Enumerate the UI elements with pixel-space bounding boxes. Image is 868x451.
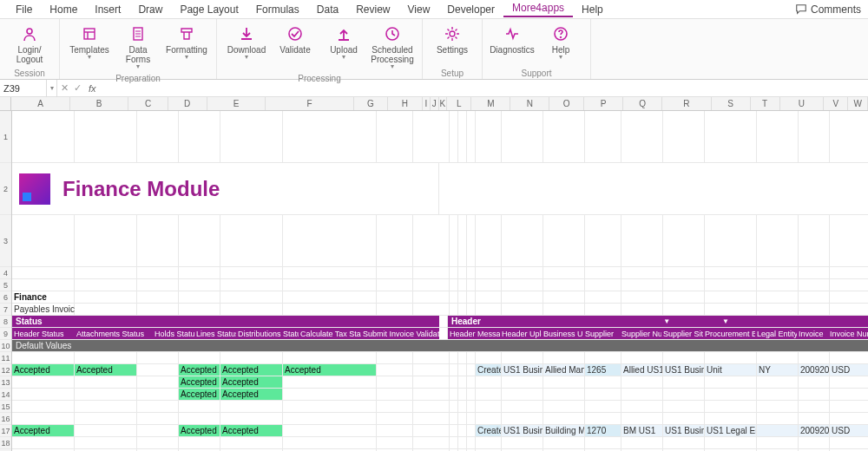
cell[interactable] <box>757 413 799 424</box>
sheet[interactable]: Finance ModuleFinancePayables InvoicesSt… <box>12 111 868 451</box>
cell[interactable] <box>799 401 830 412</box>
header-col-header[interactable]: Supplier Num <box>620 328 661 339</box>
cell[interactable] <box>458 425 467 436</box>
cell[interactable] <box>476 279 502 291</box>
cell[interactable] <box>621 279 663 291</box>
header-col-header[interactable]: Header Messages <box>448 328 500 339</box>
cell[interactable]: Building Ma <box>543 425 585 436</box>
cell[interactable] <box>621 111 663 162</box>
cell[interactable]: Accepted <box>179 364 220 376</box>
cell[interactable] <box>830 437 868 448</box>
cell[interactable] <box>137 111 179 162</box>
cell[interactable] <box>458 401 467 412</box>
cell[interactable] <box>283 279 377 291</box>
cell[interactable] <box>179 304 220 315</box>
cell[interactable] <box>621 267 663 278</box>
cell[interactable] <box>705 413 757 424</box>
fx-label[interactable]: fx <box>85 83 100 94</box>
cell[interactable] <box>377 425 413 436</box>
status-col-header[interactable]: Calculate Tax Status <box>299 328 361 339</box>
cell[interactable] <box>476 413 502 424</box>
cell[interactable] <box>137 437 179 448</box>
cell[interactable] <box>663 304 705 315</box>
header-col-header[interactable]: Supplier <box>583 328 620 339</box>
status-col-header[interactable]: Header Status <box>12 328 75 339</box>
row-header[interactable]: 6 <box>0 291 11 304</box>
cell[interactable]: 20092017722 <box>799 425 830 436</box>
cell[interactable] <box>12 279 75 291</box>
cell[interactable] <box>377 376 413 388</box>
cell[interactable]: US1 Legal Entity <box>705 425 757 436</box>
header-col-header[interactable]: Invoice <box>797 328 828 339</box>
cell[interactable] <box>467 352 476 363</box>
cell[interactable] <box>458 279 467 291</box>
cell[interactable] <box>476 291 502 303</box>
cell[interactable] <box>757 352 799 363</box>
cell[interactable] <box>467 291 476 303</box>
menu-help[interactable]: Help <box>573 3 612 16</box>
cell[interactable] <box>12 389 75 400</box>
cell[interactable] <box>137 376 179 388</box>
cell[interactable] <box>757 291 799 303</box>
cell[interactable] <box>179 267 220 278</box>
cell[interactable] <box>413 401 450 412</box>
cell[interactable] <box>450 291 458 303</box>
cell[interactable] <box>377 304 413 315</box>
col-U[interactable]: U <box>780 97 825 110</box>
cell[interactable] <box>502 215 543 266</box>
cell[interactable] <box>467 279 476 291</box>
cell[interactable]: Create <box>476 425 502 436</box>
cell[interactable] <box>830 279 868 291</box>
cell[interactable] <box>283 267 377 278</box>
cell[interactable] <box>502 389 543 400</box>
cell[interactable] <box>377 437 413 448</box>
cell[interactable] <box>705 304 757 315</box>
cell[interactable] <box>179 291 220 303</box>
cell[interactable] <box>830 111 868 162</box>
cell[interactable] <box>663 413 705 424</box>
cell[interactable] <box>179 401 220 412</box>
cell[interactable]: US1 Business <box>502 364 543 376</box>
cell[interactable] <box>179 279 220 291</box>
cell[interactable] <box>799 413 830 424</box>
status-col-header[interactable]: Holds Status <box>153 328 194 339</box>
row-header[interactable]: 8 <box>0 316 11 328</box>
col-E[interactable]: E <box>207 97 266 110</box>
row-header[interactable]: 15 <box>0 401 11 413</box>
ribbon-help-button[interactable]: Help▾ <box>536 21 585 68</box>
cell[interactable] <box>476 437 502 448</box>
cell[interactable] <box>663 111 705 162</box>
cell[interactable] <box>458 304 467 315</box>
cell[interactable] <box>799 389 830 400</box>
cell[interactable] <box>799 111 830 162</box>
cell[interactable] <box>75 437 137 448</box>
cell[interactable] <box>75 215 137 266</box>
cell[interactable] <box>799 376 830 388</box>
cell[interactable] <box>413 111 450 162</box>
cell[interactable] <box>75 111 137 162</box>
cell[interactable]: Accepted <box>12 364 75 376</box>
cell[interactable] <box>476 111 502 162</box>
row-header[interactable]: 18 <box>0 437 11 449</box>
cell[interactable] <box>377 267 413 278</box>
cell[interactable] <box>543 352 585 363</box>
cell[interactable] <box>377 364 413 376</box>
cell[interactable] <box>705 267 757 278</box>
cell[interactable] <box>757 401 799 412</box>
cell[interactable] <box>413 389 450 400</box>
ribbon-templates-button[interactable]: Templates▾ <box>65 21 114 73</box>
menu-home[interactable]: Home <box>41 3 86 16</box>
cell[interactable] <box>413 267 450 278</box>
cell[interactable] <box>283 413 377 424</box>
cell[interactable] <box>585 279 621 291</box>
cell[interactable] <box>458 413 467 424</box>
cell[interactable] <box>705 279 757 291</box>
cell[interactable] <box>137 304 179 315</box>
menu-insert[interactable]: Insert <box>86 3 129 16</box>
cell[interactable]: USD <box>830 364 868 376</box>
col-C[interactable]: C <box>128 97 168 110</box>
cell[interactable] <box>137 389 179 400</box>
cell[interactable] <box>75 291 137 303</box>
col-J[interactable]: J <box>431 97 438 110</box>
cell[interactable] <box>377 215 413 266</box>
